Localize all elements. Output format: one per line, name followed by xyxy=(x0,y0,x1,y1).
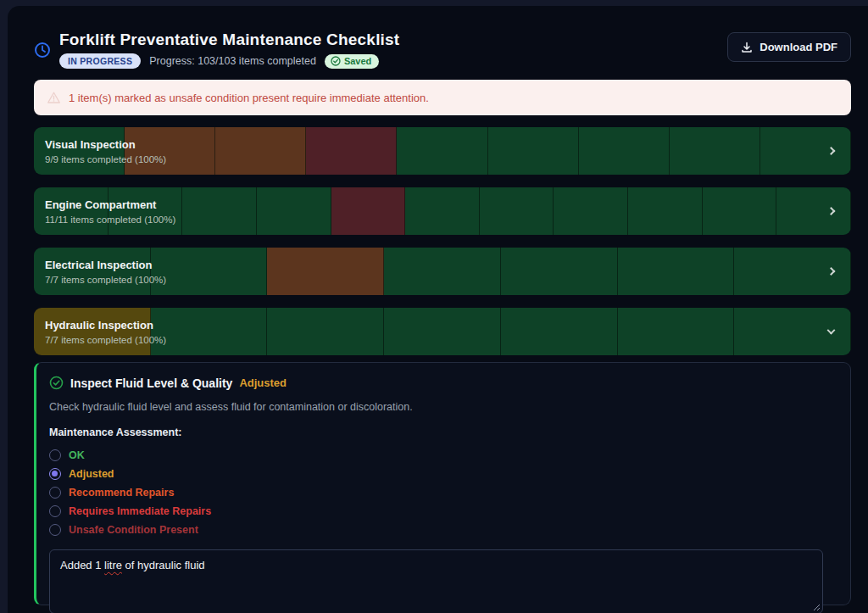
progress-segment-ok xyxy=(488,127,579,175)
radio-label: Requires Immediate Repairs xyxy=(69,505,211,517)
progress-segment-ok xyxy=(501,248,618,295)
radio-label: OK xyxy=(69,449,85,461)
status-badge: IN PROGRESS xyxy=(59,53,141,69)
item-description: Check hydraulic fluid level and assess f… xyxy=(49,401,835,413)
download-pdf-label: Download PDF xyxy=(760,41,837,53)
progress-segment-recommend_repairs xyxy=(267,248,384,295)
note-text-misspelled: litre xyxy=(104,559,122,571)
radio-button[interactable] xyxy=(49,449,61,461)
progress-segment-ok xyxy=(384,248,501,295)
radio-button[interactable] xyxy=(49,505,61,517)
item-status-label: Adjusted xyxy=(239,376,287,389)
progress-text: Progress: 103/103 items completed xyxy=(149,55,316,67)
progress-segment-requires_immediate_repairs xyxy=(331,187,406,235)
progress-segment-ok xyxy=(501,308,618,355)
radio-label: Unsafe Condition Present xyxy=(69,524,198,536)
clock-icon xyxy=(34,42,51,59)
progress-segment-ok xyxy=(670,127,760,175)
section-row[interactable]: Hydraulic Inspection 7/7 items completed… xyxy=(34,308,851,355)
radio-label: Adjusted xyxy=(69,468,114,480)
resize-handle-icon[interactable] xyxy=(812,603,821,611)
alert-message: 1 item(s) marked as unsafe condition pre… xyxy=(69,92,429,104)
radio-label: Recommend Repairs xyxy=(69,487,174,499)
progress-segment-ok xyxy=(397,127,487,175)
radio-button[interactable] xyxy=(49,468,61,480)
progress-segment-recommend_repairs xyxy=(215,127,306,175)
progress-segment-ok xyxy=(405,187,480,235)
section-list: Visual Inspection 9/9 items completed (1… xyxy=(34,127,851,355)
progress-segment-ok xyxy=(384,308,501,355)
assessment-option[interactable]: Adjusted xyxy=(49,465,835,483)
progress-segment-ok xyxy=(151,308,268,355)
progress-segment-ok xyxy=(554,187,628,235)
saved-badge-label: Saved xyxy=(344,56,371,66)
item-title: Inspect Fluid Level & Quality xyxy=(70,376,232,390)
progress-segment-ok xyxy=(618,308,735,355)
progress-segment-ok xyxy=(267,308,384,355)
assessment-option[interactable]: Unsafe Condition Present xyxy=(49,521,835,539)
progress-segment-ok xyxy=(182,187,257,235)
progress-segment-ok xyxy=(480,187,554,235)
progress-segment-requires_immediate_repairs xyxy=(306,127,397,175)
unsafe-alert-banner: 1 item(s) marked as unsafe condition pre… xyxy=(34,80,851,115)
progress-segment-ok xyxy=(760,127,851,175)
progress-segment-ok xyxy=(776,187,851,235)
item-detail-card: Inspect Fluid Level & Quality Adjusted C… xyxy=(34,362,851,605)
page-title: Forklift Preventative Maintenance Checkl… xyxy=(59,31,399,49)
notes-textarea[interactable]: Added 1 litre of hydraulic fluid xyxy=(49,549,823,613)
download-icon xyxy=(741,42,753,53)
progress-segment-ok xyxy=(618,248,735,295)
assessment-option[interactable]: Requires Immediate Repairs xyxy=(49,502,835,521)
progress-segment-ok xyxy=(34,248,151,295)
check-circle-icon xyxy=(331,56,341,66)
progress-segment-ok xyxy=(257,187,331,235)
section-row[interactable]: Electrical Inspection 7/7 items complete… xyxy=(34,248,851,295)
section-row[interactable]: Visual Inspection 9/9 items completed (1… xyxy=(34,127,851,175)
warning-triangle-icon xyxy=(47,91,61,105)
progress-segment-ok xyxy=(628,187,703,235)
header: Forklift Preventative Maintenance Checkl… xyxy=(34,31,851,70)
progress-segment-ok xyxy=(108,187,183,235)
assessment-option[interactable]: Recommend Repairs xyxy=(49,483,835,502)
download-pdf-button[interactable]: Download PDF xyxy=(727,32,851,62)
progress-segment-adjusted xyxy=(34,308,151,355)
check-circle-icon xyxy=(49,376,64,390)
progress-segment-ok xyxy=(579,127,670,175)
assessment-option[interactable]: OK xyxy=(49,446,835,465)
section-row[interactable]: Engine Compartment 11/11 items completed… xyxy=(34,187,851,235)
progress-segment-ok xyxy=(34,187,108,235)
progress-segment-ok xyxy=(34,127,125,175)
radio-button[interactable] xyxy=(49,487,61,499)
progress-segment-ok xyxy=(151,248,268,295)
assessment-options: OK Adjusted Recommend Repairs Requires I… xyxy=(49,446,835,539)
checklist-panel: Forklift Preventative Maintenance Checkl… xyxy=(8,6,868,613)
note-text: Added 1 xyxy=(60,559,104,571)
progress-segment-recommend_repairs xyxy=(125,127,215,175)
radio-button[interactable] xyxy=(49,524,61,536)
progress-segment-ok xyxy=(703,187,777,235)
assessment-label: Maintenance Assessment: xyxy=(49,426,835,438)
saved-badge: Saved xyxy=(325,54,379,69)
note-text: of hydraulic fluid xyxy=(122,559,205,571)
